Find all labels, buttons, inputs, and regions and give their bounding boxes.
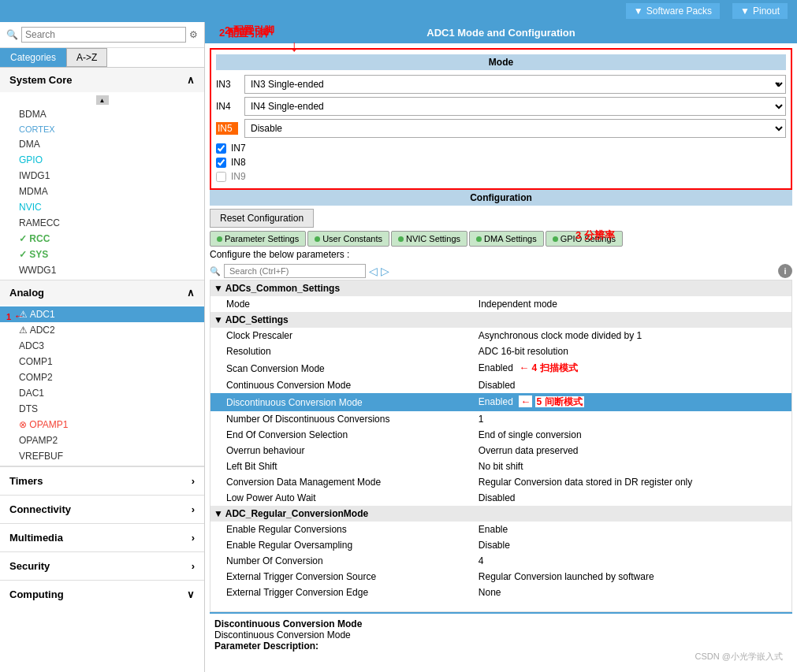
chevron-up-icon: ∧ <box>187 74 195 86</box>
group-header-adc-settings[interactable]: ▼ ADC_Settings <box>210 312 791 328</box>
in7-checkbox[interactable] <box>216 143 226 154</box>
table-row-discontinuous[interactable]: Discontinuous Conversion Mode Enabled ← … <box>210 393 791 411</box>
sidebar: 🔍 ⚙ Categories A->Z System Core ∧ ▲ BDM <box>0 22 205 672</box>
gear-icon[interactable]: ⚙ <box>189 29 198 40</box>
section-system-core-label: System Core <box>9 74 72 86</box>
sidebar-item-vrefbuf[interactable]: VREFBUF <box>0 448 204 464</box>
table-row[interactable]: Enable Regular Conversions Enable <box>210 522 791 537</box>
sidebar-item-wwdg1[interactable]: WWDG1 <box>0 262 204 278</box>
tab-categories[interactable]: Categories <box>0 48 66 67</box>
chevron-right-icon: › <box>192 560 195 572</box>
tab-user-constants[interactable]: User Constants <box>307 231 389 247</box>
sidebar-item-mdma[interactable]: MDMA <box>0 184 204 199</box>
table-row[interactable]: Continuous Conversion Mode Disabled <box>210 377 791 393</box>
table-row[interactable]: End Of Conversion Selection End of singl… <box>210 427 791 443</box>
software-packs-btn[interactable]: ▼ Software Packs <box>626 3 720 19</box>
pinout-btn[interactable]: ▼ Pinout <box>732 3 788 19</box>
tab-gpio-settings[interactable]: GPIO Settings <box>546 231 623 247</box>
param-value-mode: Independent mode <box>472 296 791 312</box>
in9-checkbox[interactable] <box>216 172 226 182</box>
table-row[interactable]: Number Of Conversion 4 <box>210 553 791 569</box>
sidebar-item-gpio[interactable]: GPIO <box>0 152 204 168</box>
sidebar-search-bar: 🔍 ⚙ <box>0 22 204 48</box>
in4-select[interactable]: IN4 Single-ended <box>244 97 786 116</box>
table-row[interactable]: External Trigger Conversion Edge None <box>210 585 791 600</box>
sidebar-item-comp1[interactable]: COMP1 <box>0 354 204 369</box>
chevron-down-icon: ∨ <box>187 588 195 600</box>
sidebar-item-bdma[interactable]: BDMA <box>0 106 204 122</box>
param-label-ext-trigger-src: External Trigger Conversion Source <box>210 569 472 585</box>
table-row[interactable]: Number Of Discontinuous Conversions 1 <box>210 411 791 427</box>
chevron-down-icon: ▼ <box>634 6 643 17</box>
sidebar-item-rcc[interactable]: ✓ RCC <box>0 231 204 247</box>
table-row[interactable]: Enable Regular Oversampling Disable <box>210 537 791 553</box>
table-row[interactable]: Overrun behaviour Overrun data preserved <box>210 443 791 459</box>
section-connectivity-header[interactable]: Connectivity › <box>0 496 204 523</box>
reset-config-button[interactable]: Reset Configuration <box>210 209 314 228</box>
sidebar-item-nvic[interactable]: NVIC <box>0 199 204 215</box>
sidebar-item-opamp2[interactable]: OPAMP2 <box>0 433 204 448</box>
table-row[interactable]: Mode Independent mode <box>210 296 791 312</box>
annotation-5: 5 间断模式 <box>535 396 584 407</box>
group-header-regular[interactable]: ▼ ADC_Regular_ConversionMode <box>210 506 791 522</box>
sidebar-item-opamp1[interactable]: ⊗ OPAMP1 <box>0 417 204 433</box>
in5-label: IN5 <box>216 122 238 135</box>
sidebar-item-sys[interactable]: ✓ SYS <box>0 247 204 262</box>
params-search-input[interactable] <box>224 264 366 278</box>
table-row[interactable]: External Trigger Conversion Source Regul… <box>210 569 791 585</box>
tab-az[interactable]: A->Z <box>66 48 107 67</box>
param-label-scan: Scan Conversion Mode <box>210 359 472 377</box>
param-label-eoc: End Of Conversion Selection <box>210 427 472 443</box>
param-value-leftbit: No bit shift <box>472 459 791 474</box>
table-row[interactable]: Conversion Data Management Mode Regular … <box>210 474 791 490</box>
params-table-container: ▼ adcs-common-settings ADCs_Common_Setti… <box>210 280 792 612</box>
sidebar-item-iwdg1[interactable]: IWDG1 <box>0 168 204 184</box>
table-row[interactable]: Low Power Auto Wait Disabled <box>210 490 791 506</box>
nav-prev-btn[interactable]: ◁ <box>369 265 378 277</box>
search-icon: 🔍 <box>6 29 18 40</box>
sidebar-item-comp2[interactable]: COMP2 <box>0 369 204 385</box>
sidebar-item-adc2[interactable]: ⚠ ADC2 <box>0 322 204 338</box>
section-computing-header[interactable]: Computing ∨ <box>0 581 204 608</box>
annotation-arrow-disc: ← <box>519 395 532 407</box>
params-label: Configure the below parameters : <box>210 247 792 262</box>
param-value-discontinuous: Enabled ← 5 间断模式 <box>472 393 791 411</box>
search-input[interactable] <box>21 27 186 43</box>
section-timers-header[interactable]: Timers › <box>0 467 204 495</box>
in3-select[interactable]: IN3 Single-ended <box>244 75 786 94</box>
scroll-up-btn[interactable]: ▲ <box>96 95 109 105</box>
tab-dma-settings[interactable]: DMA Settings <box>469 231 544 247</box>
sidebar-item-adc3[interactable]: ADC3 <box>0 338 204 354</box>
nav-next-btn[interactable]: ▷ <box>381 265 389 277</box>
section-system-core-header[interactable]: System Core ∧ <box>0 68 204 92</box>
sidebar-item-cortex[interactable]: CORTEX <box>0 122 204 136</box>
table-row[interactable]: Clock Prescaler Asynchronous clock mode … <box>210 328 791 343</box>
computing-label: Computing <box>9 588 64 600</box>
section-multimedia-header[interactable]: Multimedia › <box>0 524 204 551</box>
group-header-adcs[interactable]: ▼ adcs-common-settings ADCs_Common_Setti… <box>210 280 791 296</box>
sidebar-content: System Core ∧ ▲ BDMA CORTEX DMA GPIO IWD… <box>0 68 204 672</box>
sidebar-item-ramecc[interactable]: RAMECC <box>0 215 204 231</box>
sidebar-item-adc1[interactable]: ⚠ ADC1 <box>0 306 204 322</box>
tab-nvic-settings[interactable]: NVIC Settings <box>391 231 467 247</box>
in5-select[interactable]: Disable <box>244 119 786 138</box>
sidebar-item-dts[interactable]: DTS <box>0 401 204 417</box>
main-title: ADC1 Mode and Configuration <box>426 27 575 39</box>
param-value-ext-trigger-src: Regular Conversion launched by software <box>472 569 791 585</box>
in7-row: IN7 <box>216 141 786 155</box>
section-security-header[interactable]: Security › <box>0 552 204 580</box>
expand-icon: ▼ <box>214 283 225 294</box>
table-row[interactable]: Resolution ADC 16-bit resolution <box>210 343 791 359</box>
table-row-scan[interactable]: Scan Conversion Mode Enabled ← 4 扫描模式 <box>210 359 791 377</box>
sidebar-item-dma[interactable]: DMA <box>0 136 204 152</box>
tab-parameter-settings[interactable]: Parameter Settings <box>210 231 306 247</box>
table-row[interactable]: Left Bit Shift No bit shift <box>210 459 791 474</box>
config-section: Configuration Reset Configuration Parame… <box>210 190 792 667</box>
sidebar-item-dac1[interactable]: DAC1 <box>0 385 204 401</box>
section-system-core: System Core ∧ ▲ BDMA CORTEX DMA GPIO IWD… <box>0 68 204 280</box>
param-value-num-conv: 4 <box>472 553 791 569</box>
section-analog-header[interactable]: Analog ∧ <box>0 280 204 305</box>
search-icon: 🔍 <box>210 266 221 277</box>
in8-checkbox[interactable] <box>216 158 226 168</box>
in8-row: IN8 <box>216 155 786 169</box>
